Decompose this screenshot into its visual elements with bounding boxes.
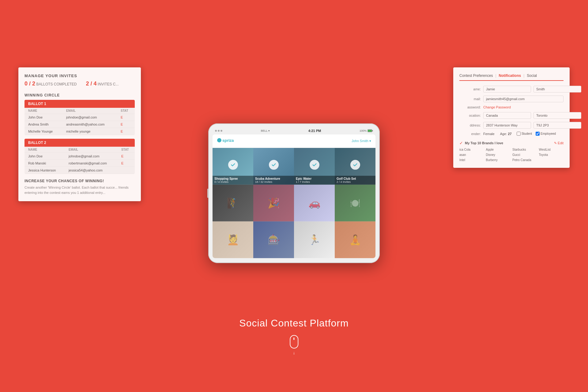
brand-item: asan [459, 153, 484, 156]
contest-invites: 18 / 32 Invites [255, 180, 292, 183]
contest-info: Shopping Spree 0 / 4 Invites [213, 176, 253, 185]
battery-icon [368, 129, 373, 132]
svg-text:spriza: spriza [222, 138, 234, 143]
cell-icon: 🍽️ [350, 198, 360, 208]
cell-icon: 🎰 [268, 234, 280, 246]
right-panel: Contest Preferences | Notifications | So… [453, 67, 570, 168]
brands-header: ✓ My Top 10 Brands I love ✎ Edit [459, 141, 564, 145]
app-user-menu[interactable]: John Smith ▾ [352, 139, 371, 143]
contest-name: Epic Water [296, 177, 333, 180]
contest-item-r2c1[interactable]: 🧗 [213, 185, 253, 221]
age-label: Age: 27 [500, 132, 512, 136]
mouse-wheel [293, 337, 294, 340]
contest-name: Scuba Adventure [255, 177, 292, 180]
password-label: assword: [459, 105, 481, 109]
col-name: NAME [24, 147, 65, 153]
brand-item: Disney [486, 153, 511, 156]
row-email: robertmanski@gmail.com [65, 160, 118, 167]
contest-item-r3c2[interactable]: 🎰 [253, 221, 294, 258]
last-name-input[interactable] [533, 86, 581, 92]
row-status: E [118, 160, 135, 167]
brand-item: Starbucks [512, 148, 537, 151]
contest-item-r3c4[interactable]: 🧘 [335, 221, 375, 258]
row-name: John Doe [24, 153, 65, 160]
tablet-container: BELL ▾ 4:21 PM 100% spriza [208, 123, 380, 263]
street-input[interactable] [483, 122, 531, 129]
battery-indicator: 100% [360, 129, 373, 132]
contest-grid[interactable]: Shopping Spree 0 / 4 Invites Sc [213, 148, 375, 258]
invites-count: 2 / 4 INVITES C... [86, 81, 119, 87]
table-row: Michelle Younge michelle younge E [24, 128, 135, 135]
brand-item: ica Cola [459, 148, 484, 151]
nav-notifications[interactable]: Notifications [499, 74, 521, 78]
right-nav: Contest Preferences | Notifications | So… [459, 74, 564, 81]
city-input[interactable] [533, 112, 581, 119]
contest-item-r2c2[interactable]: 🎉 [253, 185, 294, 221]
col-email: EMAIL [62, 108, 117, 114]
contest-name: Shopping Spree [214, 177, 251, 180]
cell-icon: 🎉 [268, 197, 280, 209]
row-status: E [117, 128, 135, 135]
postal-input[interactable] [533, 122, 581, 129]
scroll-indicator: ↓ [239, 335, 349, 355]
change-password-link[interactable]: Change Password [483, 105, 511, 109]
brand-item: WestList [539, 148, 564, 151]
nav-contest-preferences[interactable]: Contest Preferences [459, 74, 493, 78]
table-row: Rob Manski robertmanski@gmail.com E [24, 160, 135, 167]
tablet-status-bar: BELL ▾ 4:21 PM 100% [213, 128, 375, 134]
ballot-1-table: NAME EMAIL STAT John Doe johndoe@gmail.c… [24, 108, 135, 135]
contest-item-r2c4[interactable]: 🍽️ [335, 185, 375, 221]
ballot-2-header: BALLOT 2 [24, 139, 135, 147]
contest-epic-water[interactable]: Epic Water 1 / 7 Invites [294, 148, 335, 185]
brands-section: ✓ My Top 10 Brands I love ✎ Edit ica Col… [459, 141, 564, 162]
contest-item-r3c1[interactable]: 💆 [213, 221, 253, 258]
password-row: assword: Change Password [459, 105, 564, 109]
name-row: ame: [459, 86, 564, 92]
contest-name: Golf Club Set [337, 177, 374, 180]
tablet-screen: spriza John Smith ▾ [213, 134, 375, 258]
contest-scuba-adventure[interactable]: Scuba Adventure 18 / 32 Invites [253, 148, 294, 185]
contest-check-icon [350, 160, 360, 170]
brands-edit-button[interactable]: ✎ Edit [554, 141, 564, 145]
contest-item-r2c3[interactable]: 🚗 [294, 185, 335, 221]
row-email: johndoe@gmail.com [65, 153, 118, 160]
col-status: STAT [117, 108, 135, 114]
contest-shopping-spree[interactable]: Shopping Spree 0 / 4 Invites [213, 148, 253, 185]
contest-item-r3c3[interactable]: 🏃 [294, 221, 335, 258]
bottom-section: Social Contest Platform ↓ [239, 318, 349, 355]
student-checkbox[interactable]: Student [517, 132, 532, 136]
contest-invites: 0 / 4 Invites [214, 180, 251, 183]
app-logo: spriza [217, 137, 238, 145]
contest-check-icon [269, 160, 279, 170]
brand-item: Petro Canada [512, 158, 537, 162]
contest-golf-club-set[interactable]: Golf Club Set 2 / 4 Invites [335, 148, 375, 185]
row-name: Andrea Smith [24, 121, 62, 128]
row-email: andreasmith@yahoo.com [62, 121, 117, 128]
email-input[interactable] [483, 96, 564, 102]
country-input[interactable] [483, 112, 531, 119]
first-name-input[interactable] [483, 86, 531, 92]
social-contest-label: Social Contest Platform [239, 318, 349, 329]
winning-circle-title: WINNING CIRCLE [24, 93, 135, 97]
contest-info: Scuba Adventure 18 / 32 Invites [253, 176, 294, 185]
row-name: Rob Manski [24, 160, 65, 167]
table-row: Jessica Hunterson jessica54@yahoo.com [24, 167, 135, 174]
row-email: johndoe@gmail.com [62, 114, 117, 121]
row-status: E [118, 153, 135, 160]
tablet-side-button [207, 189, 209, 198]
nav-social[interactable]: Social [527, 74, 537, 78]
svg-point-3 [217, 138, 221, 142]
manage-invites-title: MANAGE YOUR INVITES [24, 74, 135, 78]
contest-check-icon [228, 160, 238, 170]
col-name: NAME [24, 108, 62, 114]
row-email: jessica54@yahoo.com [65, 167, 118, 174]
row-name: Michelle Younge [24, 128, 62, 135]
carrier-label: BELL ▾ [261, 129, 270, 132]
cell-icon: 🚗 [308, 197, 321, 209]
location-row: ocation: [459, 112, 564, 119]
row-name: John Doe [24, 114, 62, 121]
gender-label: ender: [459, 132, 481, 136]
employed-checkbox[interactable]: Employeed [536, 132, 556, 136]
cell-icon: 🧘 [349, 234, 361, 246]
contest-info: Golf Club Set 2 / 4 Invites [335, 176, 375, 185]
